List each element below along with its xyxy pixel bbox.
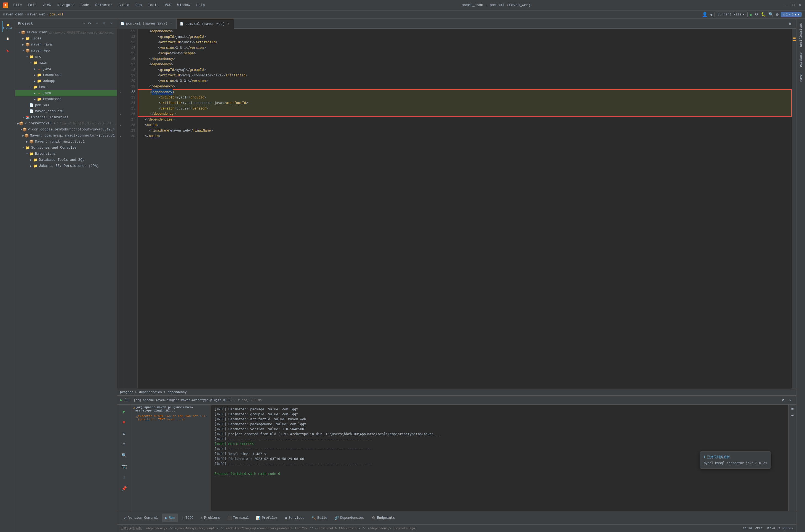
tree-lib-corretto[interactable]: ▶ 📦 < corretto-18 > C:\Users\hhzb100\jdk… (15, 120, 117, 127)
services-button[interactable]: ⚙ Services (282, 514, 307, 522)
tree-resources-test[interactable]: ▶ 📁 resources (15, 96, 117, 102)
encoding[interactable]: UTF-8 (766, 527, 775, 530)
tree-maven-java[interactable]: ▶ 📦 maven_java (15, 42, 117, 48)
menu-run[interactable]: Run (133, 2, 145, 8)
sync-icon[interactable]: ⟳ (87, 20, 93, 26)
run-close-icon[interactable]: ✕ (787, 397, 793, 403)
close-tab-java[interactable]: ✕ (169, 22, 173, 26)
run-filter-button[interactable]: 🔍 (119, 451, 129, 460)
indent[interactable]: 2 spaces (778, 527, 793, 530)
menu-edit[interactable]: Edit (25, 2, 39, 8)
bookmarks-panel-icon[interactable]: 🔖 (2, 45, 13, 56)
tree-java-main[interactable]: ▶ ☕ java (15, 66, 117, 72)
project-settings-icon[interactable]: ⚙ (101, 20, 107, 26)
breadcrumb-project[interactable]: maven_csdn (3, 13, 23, 17)
run-stop-button[interactable]: ■ (119, 418, 129, 427)
menu-file[interactable]: File (11, 2, 24, 8)
menu-refactor[interactable]: Refactor (92, 2, 115, 8)
menu-code[interactable]: Code (78, 2, 92, 8)
current-file-dropdown[interactable]: Current File ▾ (714, 12, 748, 17)
run-output[interactable]: [INFO] Parameter: package, Value: com.lq… (211, 404, 788, 511)
run-tree-item-sub[interactable]: ⚠ expected START_TAG or END_TAG not TEXT… (131, 413, 211, 422)
build-toolbar-button[interactable]: 🔨 Build (308, 514, 331, 522)
tree-lib-protobuf[interactable]: ▶ 📦 < com.google.protobuf:protobuf-java:… (15, 127, 117, 133)
run-tree-item-main[interactable]: ⚠ [org.apache.maven.plugins:maven-archet… (131, 404, 211, 413)
tree-external-libs[interactable]: ▾ 📚 External Libraries (15, 114, 117, 120)
tree-maven-web[interactable]: ▾ 📦 maven_web (15, 48, 117, 54)
run-toolbar-button[interactable]: ▶ Run (162, 514, 178, 522)
menu-help[interactable]: Help (193, 2, 207, 8)
warnings-indicator[interactable]: ⚠2 ⚡2 ▲▼ (781, 12, 802, 17)
menu-vcs[interactable]: VCS (162, 2, 174, 8)
code-content[interactable]: <dependency> <groupId>junit</groupId> <a… (138, 29, 792, 388)
tree-main[interactable]: ▾ 📁 main (15, 60, 117, 66)
project-panel-icon[interactable]: 📁 Project (2, 21, 13, 32)
cursor-position[interactable]: 26:18 (743, 527, 752, 530)
menu-tools[interactable]: Tools (145, 2, 162, 8)
database-panel-tab[interactable]: Database (798, 50, 804, 69)
recent-files-button[interactable]: ⊞ (787, 20, 793, 27)
editor-scrollbar[interactable] (792, 29, 796, 388)
tab-pom-java[interactable]: 📄 pom.xml (maven_java) ✕ (117, 19, 176, 29)
run-play-button[interactable]: ▶ (119, 407, 129, 416)
tree-extensions[interactable]: ▾ 📁 Extensions (15, 151, 117, 157)
structure-panel-icon[interactable]: 📋 (2, 33, 13, 44)
run-icon: ▶ (120, 398, 122, 402)
run-config-label[interactable]: [org.apache.maven.plugins:maven-archetyp… (134, 399, 236, 402)
profiler-button[interactable]: 📊 Profiler (253, 514, 281, 522)
gutter-17 (117, 62, 124, 67)
run-toggle-button[interactable]: ≡ (119, 440, 129, 449)
tree-test[interactable]: ▾ 📁 test (15, 84, 117, 90)
tree-database-tools[interactable]: ▶ 📁 Database Tools and SQL (15, 157, 117, 163)
run-camera-button[interactable]: 📷 (119, 462, 129, 471)
debug-button[interactable]: 🐛 (761, 12, 766, 17)
run-split-icon[interactable]: ⊞ (791, 406, 793, 411)
close-button[interactable]: ✕ (798, 3, 802, 7)
breadcrumb-module[interactable]: maven_web (27, 13, 45, 17)
terminal-button[interactable]: ⬛ Terminal (224, 514, 252, 522)
menu-build[interactable]: Build (116, 2, 132, 8)
tree-iml[interactable]: ▶ 📄 maven_csdn.iml (15, 108, 117, 114)
tab-pom-web[interactable]: 📄 pom.xml (maven_web) ✕ (176, 19, 234, 29)
run-settings-icon[interactable]: ⚙ (780, 397, 786, 403)
tree-src[interactable]: ▾ 📁 src (15, 54, 117, 60)
run-rerun-button[interactable]: ↻ (119, 429, 129, 438)
breadcrumb-file[interactable]: pom.xml (50, 13, 63, 17)
minimize-button[interactable]: ─ (785, 3, 789, 7)
build-button[interactable]: ⟳ (755, 12, 759, 17)
settings-icon[interactable]: ⚙ (776, 12, 779, 17)
output-line-3: [INFO] Parameter: artifactId, Value: mav… (214, 417, 785, 422)
menu-window[interactable]: Window (175, 2, 193, 8)
run-scroll-button[interactable]: ⬇ (119, 473, 129, 482)
search-everywhere-button[interactable]: 🔍 (768, 12, 774, 17)
maven-panel-tab[interactable]: Maven (798, 70, 804, 84)
run-pin-button[interactable]: 📌 (119, 484, 129, 493)
maximize-button[interactable]: □ (791, 3, 795, 7)
todo-button[interactable]: ☑ TODO (179, 514, 197, 522)
tree-lib-mysql[interactable]: ▶ 📦 Maven: com.mysql:mysql-connector-j:8… (15, 133, 117, 139)
code-editor[interactable]: ▸ ▸ ▸ ▸ 11 12 13 14 15 16 (117, 29, 796, 388)
menu-navigate[interactable]: Navigate (55, 2, 77, 8)
tree-java-test[interactable]: ▶ ☕ java (15, 90, 117, 96)
tree-pom-xml[interactable]: ▶ 📄 pom.xml (15, 102, 117, 108)
tree-scratches[interactable]: ▾ 📁 Scratches and Consoles (15, 145, 117, 151)
collapse-all-icon[interactable]: ≡ (94, 20, 100, 26)
tree-idea[interactable]: ▶ 📁 .idea (15, 36, 117, 42)
tree-resources-main[interactable]: ▶ 📁 resources (15, 72, 117, 78)
dependencies-button[interactable]: 🔗 Dependencies (331, 514, 367, 522)
version-control-button[interactable]: ⎇ Version Control (119, 514, 162, 522)
tree-root[interactable]: ▾ 📦 maven_csdn E:\JAVA\9_框架学习\SSM\person… (15, 30, 117, 36)
run-button[interactable]: ▶ (750, 12, 753, 18)
close-project-icon[interactable]: ✕ (108, 20, 114, 26)
menu-view[interactable]: View (40, 2, 54, 8)
problems-button[interactable]: ⚠ Problems (197, 514, 223, 522)
close-tab-web[interactable]: ✕ (226, 22, 230, 26)
run-wrap-icon[interactable]: ↵ (791, 413, 793, 417)
tree-lib-junit[interactable]: ▶ 📦 Maven: junit:junit:3.8.1 (15, 139, 117, 145)
notifications-panel-tab[interactable]: Notifications (798, 21, 804, 49)
line-separator[interactable]: CRLF (755, 527, 763, 530)
tree-jakarta[interactable]: ▶ 📁 Jakarta EE: Persistence (JPA) (15, 163, 117, 169)
tree-webapp[interactable]: ▶ 📁 webapp (15, 78, 117, 84)
endpoints-button[interactable]: 🔌 Endpoints (368, 514, 398, 522)
back-button[interactable]: ◀ (710, 12, 713, 17)
